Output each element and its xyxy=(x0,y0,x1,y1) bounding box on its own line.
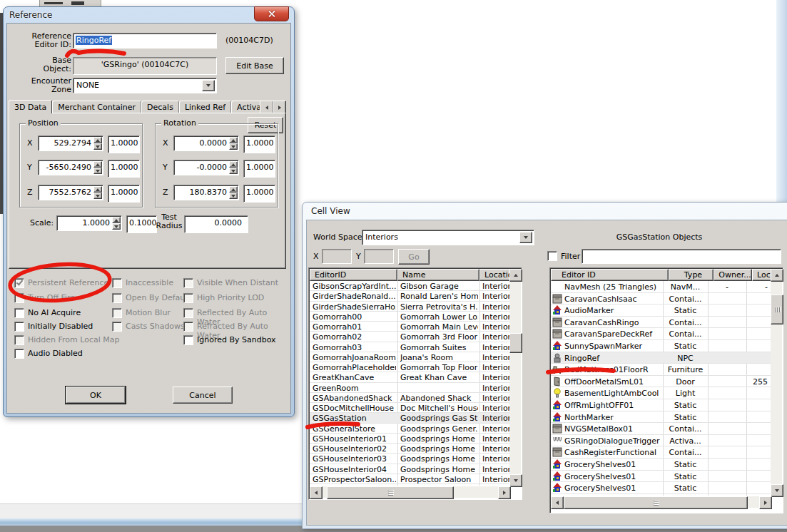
table-row[interactable]: GomorrahPlaceholderGomorrah Top FloorInt… xyxy=(310,362,509,372)
table-row[interactable]: CaravanCashIsaacContai... xyxy=(551,293,771,305)
coordinate-spinner[interactable]: 529.2794 xyxy=(38,135,103,151)
spin-down-button[interactable] xyxy=(229,143,238,150)
checkbox-inaccessible[interactable] xyxy=(112,278,122,288)
checkbox-motion-blur[interactable] xyxy=(112,308,122,318)
tab-linked-ref[interactable]: Linked Ref xyxy=(179,101,231,113)
spinner-buttons[interactable] xyxy=(229,186,238,199)
spinner-buttons[interactable] xyxy=(93,161,102,174)
table-row[interactable]: Gomorrah03Gomorrah SuitesInterior xyxy=(310,342,509,352)
table-row[interactable]: BedMattress01FloorRFurniture xyxy=(551,364,771,376)
table-row[interactable]: GSHouseInterior04Goodsprings HomeInterio… xyxy=(310,464,509,474)
scale-step-field[interactable]: 0.1000 xyxy=(126,215,157,233)
scale-factor-field[interactable]: 1.0000 xyxy=(243,185,275,203)
edit-base-button[interactable]: Edit Base xyxy=(225,57,284,74)
scale-factor-field[interactable]: 1.0000 xyxy=(243,135,275,153)
spin-up-button[interactable] xyxy=(229,137,238,143)
table-row[interactable]: BasementLightAmbCoolLight xyxy=(551,387,771,399)
spin-up-button[interactable] xyxy=(229,161,238,168)
coordinate-spinner[interactable]: -0.0000 xyxy=(173,160,239,175)
x-input[interactable] xyxy=(322,249,352,264)
checkbox-initially-disabled[interactable] xyxy=(14,322,24,332)
table-row[interactable]: NVGSMetalBox01Contai... xyxy=(551,423,771,435)
table-row[interactable]: GSGeneralStoreGoodsprings Gener...Interi… xyxy=(310,424,509,434)
scroll-left-button[interactable] xyxy=(310,486,323,499)
go-button[interactable]: Go xyxy=(398,249,430,265)
table-row[interactable]: OffRmLightOFF01Static xyxy=(551,399,771,411)
table-row[interactable]: RingoRefNPC xyxy=(551,352,771,364)
coordinate-spinner[interactable]: -5650.2490 xyxy=(38,160,103,175)
scroll-up-button[interactable] xyxy=(509,269,522,282)
cancel-button[interactable]: Cancel xyxy=(173,387,233,404)
scroll-left-button[interactable] xyxy=(551,496,564,509)
table-row[interactable]: GroceryShelves01Static xyxy=(551,459,771,471)
scale-factor-field[interactable]: 1.0000 xyxy=(108,185,140,203)
scroll-down-button[interactable] xyxy=(771,484,783,497)
spinner-buttons[interactable] xyxy=(93,186,102,199)
checkbox-refracted-by-auto-water[interactable] xyxy=(183,322,193,332)
y-input[interactable] xyxy=(364,249,394,264)
scale-factor-field[interactable]: 1.0000 xyxy=(243,160,275,178)
checkbox-casts-shadows[interactable] xyxy=(112,322,122,332)
table-row[interactable]: AudioMarkerStatic xyxy=(551,305,771,317)
spinner-buttons[interactable] xyxy=(93,137,102,150)
table-row[interactable]: NorthMarkerStatic xyxy=(551,411,771,424)
checkbox-high-priority-lod[interactable] xyxy=(183,293,193,303)
scale-factor-field[interactable]: 1.0000 xyxy=(108,135,140,153)
spin-down-button[interactable] xyxy=(93,168,102,174)
combo-dropdown-arrow[interactable] xyxy=(519,232,532,243)
table-row[interactable]: CashRegisterFunctionalContai... xyxy=(551,446,771,459)
table-row[interactable]: GSSchoolhouseGoodsprings Sch...Interior xyxy=(310,484,509,486)
spinner-buttons[interactable] xyxy=(229,137,238,150)
filter-checkbox[interactable] xyxy=(547,251,557,261)
scroll-down-button[interactable] xyxy=(509,474,522,487)
tab-3d-data[interactable]: 3D Data xyxy=(9,100,52,113)
scroll-right-button[interactable] xyxy=(759,496,772,509)
spin-up-button[interactable] xyxy=(93,137,102,143)
test-radius-field[interactable]: 0.0000 xyxy=(184,215,248,233)
coordinate-spinner[interactable]: 180.8370 xyxy=(173,185,239,200)
cell-list-hscrollbar[interactable] xyxy=(310,486,509,498)
scroll-right-button[interactable] xyxy=(498,486,511,499)
spin-up-button[interactable] xyxy=(93,186,102,193)
table-row[interactable]: GroceryShelves01Static xyxy=(551,482,771,494)
table-row[interactable]: GibsonScrapYardInt...Gibson GarageInteri… xyxy=(310,281,509,291)
table-row[interactable]: GSHouseInterior02Goodsprings HomeInterio… xyxy=(310,444,509,454)
checkbox-turn-off-fire[interactable] xyxy=(14,293,24,303)
table-row[interactable]: OffDoorMetalSmL01Door255 xyxy=(551,376,771,388)
column-header-editorid[interactable]: EditorID xyxy=(310,269,397,281)
vscroll-thumb[interactable] xyxy=(509,333,522,353)
tab-merchant-container[interactable]: Merchant Container xyxy=(52,101,141,113)
spin-down-button[interactable] xyxy=(93,193,102,199)
checkbox-reflected-by-auto-water[interactable] xyxy=(183,308,193,318)
close-button[interactable] xyxy=(254,6,289,21)
column-header-name[interactable]: Name xyxy=(397,269,479,281)
coordinate-spinner[interactable]: 0.0000 xyxy=(173,135,239,151)
ok-button[interactable]: OK xyxy=(66,387,126,404)
objects-list-vscrollbar[interactable] xyxy=(771,269,782,496)
table-row[interactable]: GomorrahJoanaRoomJoana's RoomInterior xyxy=(310,352,509,362)
spin-up-button[interactable] xyxy=(112,217,121,223)
column-header-editor-id[interactable]: Editor ID xyxy=(551,269,669,281)
filter-input[interactable] xyxy=(582,249,781,264)
table-row[interactable]: CaravanCashRingoContai... xyxy=(551,317,771,329)
checkbox-visible-when-distant[interactable] xyxy=(183,278,193,288)
combo-dropdown-arrow[interactable] xyxy=(202,80,215,91)
tab-activate-pare[interactable]: Activate Pare xyxy=(231,101,260,113)
table-row[interactable]: Gomorrah02Gomorrah 3rd FloorInterior xyxy=(310,332,509,342)
tab-decals[interactable]: Decals xyxy=(141,101,179,113)
spin-down-button[interactable] xyxy=(112,223,121,230)
scale-spinner[interactable]: 1.0000 xyxy=(56,215,122,231)
spin-down-button[interactable] xyxy=(229,168,238,174)
world-space-combobox[interactable]: Interiors xyxy=(362,230,534,245)
coordinate-spinner[interactable]: 7552.5762 xyxy=(38,185,103,200)
table-row[interactable]: GSRingoDialogueTriggerActiva... xyxy=(551,435,771,447)
encounter-zone-combobox[interactable]: NONE xyxy=(73,78,217,93)
table-row[interactable]: GSAbandonedShackAbandoned ShackInterior xyxy=(310,393,509,403)
scrollbar-strip-right[interactable] xyxy=(776,0,787,207)
scale-factor-field[interactable]: 1.0000 xyxy=(108,160,140,178)
table-row[interactable]: GroceryShelves01Static xyxy=(551,471,771,483)
checkbox-hidden-from-local-map[interactable] xyxy=(14,335,24,345)
table-row[interactable]: GSDocMitchellHouseDoc Mitchell's HouseIn… xyxy=(310,403,509,413)
table-row[interactable]: SunnySpawnMarkerStatic xyxy=(551,340,771,352)
spin-down-button[interactable] xyxy=(229,193,238,199)
